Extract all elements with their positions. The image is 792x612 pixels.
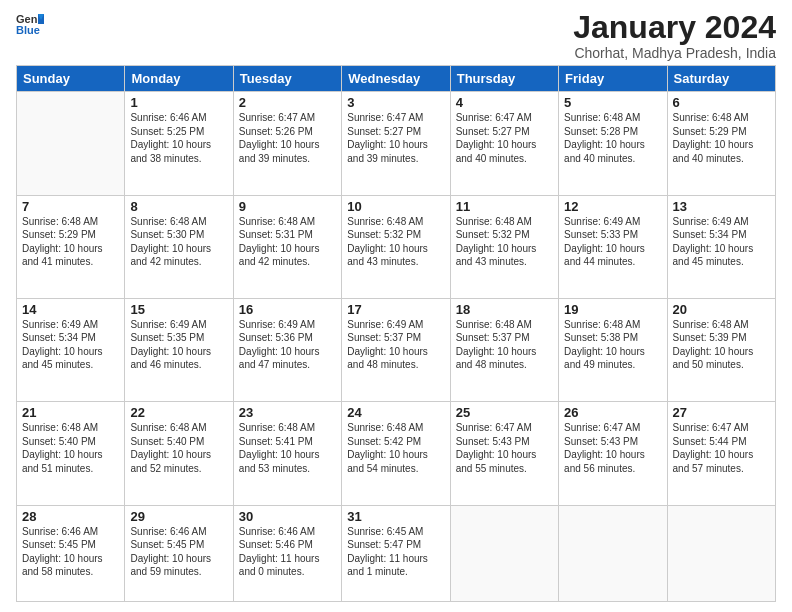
day-number: 9 — [239, 199, 336, 214]
day-info: Sunrise: 6:48 AM Sunset: 5:29 PM Dayligh… — [673, 111, 770, 165]
day-info: Sunrise: 6:46 AM Sunset: 5:45 PM Dayligh… — [22, 525, 119, 579]
calendar-cell: 19Sunrise: 6:48 AM Sunset: 5:38 PM Dayli… — [559, 298, 667, 401]
calendar-week-3: 14Sunrise: 6:49 AM Sunset: 5:34 PM Dayli… — [17, 298, 776, 401]
weekday-header-tuesday: Tuesday — [233, 66, 341, 92]
calendar-cell: 13Sunrise: 6:49 AM Sunset: 5:34 PM Dayli… — [667, 195, 775, 298]
day-number: 17 — [347, 302, 444, 317]
day-number: 31 — [347, 509, 444, 524]
weekday-header-saturday: Saturday — [667, 66, 775, 92]
day-info: Sunrise: 6:47 AM Sunset: 5:27 PM Dayligh… — [456, 111, 553, 165]
day-info: Sunrise: 6:46 AM Sunset: 5:45 PM Dayligh… — [130, 525, 227, 579]
day-number: 5 — [564, 95, 661, 110]
calendar-cell: 24Sunrise: 6:48 AM Sunset: 5:42 PM Dayli… — [342, 402, 450, 505]
calendar-cell: 14Sunrise: 6:49 AM Sunset: 5:34 PM Dayli… — [17, 298, 125, 401]
calendar-cell: 22Sunrise: 6:48 AM Sunset: 5:40 PM Dayli… — [125, 402, 233, 505]
weekday-header-thursday: Thursday — [450, 66, 558, 92]
day-number: 2 — [239, 95, 336, 110]
day-number: 13 — [673, 199, 770, 214]
day-info: Sunrise: 6:48 AM Sunset: 5:29 PM Dayligh… — [22, 215, 119, 269]
day-number: 24 — [347, 405, 444, 420]
calendar-cell: 25Sunrise: 6:47 AM Sunset: 5:43 PM Dayli… — [450, 402, 558, 505]
day-number: 6 — [673, 95, 770, 110]
day-number: 26 — [564, 405, 661, 420]
calendar-cell: 21Sunrise: 6:48 AM Sunset: 5:40 PM Dayli… — [17, 402, 125, 505]
calendar-cell: 17Sunrise: 6:49 AM Sunset: 5:37 PM Dayli… — [342, 298, 450, 401]
day-info: Sunrise: 6:48 AM Sunset: 5:41 PM Dayligh… — [239, 421, 336, 475]
weekday-header-sunday: Sunday — [17, 66, 125, 92]
weekday-header-row: SundayMondayTuesdayWednesdayThursdayFrid… — [17, 66, 776, 92]
title-section: January 2024 Chorhat, Madhya Pradesh, In… — [573, 10, 776, 61]
day-number: 16 — [239, 302, 336, 317]
day-number: 19 — [564, 302, 661, 317]
day-info: Sunrise: 6:48 AM Sunset: 5:40 PM Dayligh… — [22, 421, 119, 475]
day-number: 20 — [673, 302, 770, 317]
calendar-table: SundayMondayTuesdayWednesdayThursdayFrid… — [16, 65, 776, 602]
month-title: January 2024 — [573, 10, 776, 45]
day-info: Sunrise: 6:46 AM Sunset: 5:25 PM Dayligh… — [130, 111, 227, 165]
day-info: Sunrise: 6:48 AM Sunset: 5:39 PM Dayligh… — [673, 318, 770, 372]
day-info: Sunrise: 6:48 AM Sunset: 5:32 PM Dayligh… — [456, 215, 553, 269]
day-info: Sunrise: 6:47 AM Sunset: 5:27 PM Dayligh… — [347, 111, 444, 165]
calendar-cell: 6Sunrise: 6:48 AM Sunset: 5:29 PM Daylig… — [667, 92, 775, 195]
calendar-cell: 23Sunrise: 6:48 AM Sunset: 5:41 PM Dayli… — [233, 402, 341, 505]
day-info: Sunrise: 6:49 AM Sunset: 5:36 PM Dayligh… — [239, 318, 336, 372]
calendar-cell: 7Sunrise: 6:48 AM Sunset: 5:29 PM Daylig… — [17, 195, 125, 298]
calendar-cell — [17, 92, 125, 195]
day-info: Sunrise: 6:48 AM Sunset: 5:37 PM Dayligh… — [456, 318, 553, 372]
day-number: 10 — [347, 199, 444, 214]
calendar-cell: 4Sunrise: 6:47 AM Sunset: 5:27 PM Daylig… — [450, 92, 558, 195]
day-info: Sunrise: 6:47 AM Sunset: 5:26 PM Dayligh… — [239, 111, 336, 165]
day-number: 4 — [456, 95, 553, 110]
svg-text:Blue: Blue — [16, 24, 40, 36]
logo: General Blue — [16, 10, 44, 38]
day-number: 28 — [22, 509, 119, 524]
subtitle: Chorhat, Madhya Pradesh, India — [573, 45, 776, 61]
calendar-cell: 1Sunrise: 6:46 AM Sunset: 5:25 PM Daylig… — [125, 92, 233, 195]
day-info: Sunrise: 6:48 AM Sunset: 5:42 PM Dayligh… — [347, 421, 444, 475]
calendar-cell: 20Sunrise: 6:48 AM Sunset: 5:39 PM Dayli… — [667, 298, 775, 401]
calendar-cell: 9Sunrise: 6:48 AM Sunset: 5:31 PM Daylig… — [233, 195, 341, 298]
day-number: 21 — [22, 405, 119, 420]
calendar-cell: 31Sunrise: 6:45 AM Sunset: 5:47 PM Dayli… — [342, 505, 450, 601]
calendar-week-4: 21Sunrise: 6:48 AM Sunset: 5:40 PM Dayli… — [17, 402, 776, 505]
day-number: 11 — [456, 199, 553, 214]
calendar-cell — [559, 505, 667, 601]
calendar-week-5: 28Sunrise: 6:46 AM Sunset: 5:45 PM Dayli… — [17, 505, 776, 601]
day-number: 3 — [347, 95, 444, 110]
day-info: Sunrise: 6:48 AM Sunset: 5:32 PM Dayligh… — [347, 215, 444, 269]
calendar-cell: 27Sunrise: 6:47 AM Sunset: 5:44 PM Dayli… — [667, 402, 775, 505]
calendar-cell: 8Sunrise: 6:48 AM Sunset: 5:30 PM Daylig… — [125, 195, 233, 298]
day-number: 23 — [239, 405, 336, 420]
calendar-cell: 3Sunrise: 6:47 AM Sunset: 5:27 PM Daylig… — [342, 92, 450, 195]
calendar-cell: 29Sunrise: 6:46 AM Sunset: 5:45 PM Dayli… — [125, 505, 233, 601]
day-number: 8 — [130, 199, 227, 214]
calendar-cell: 12Sunrise: 6:49 AM Sunset: 5:33 PM Dayli… — [559, 195, 667, 298]
day-number: 15 — [130, 302, 227, 317]
day-info: Sunrise: 6:47 AM Sunset: 5:44 PM Dayligh… — [673, 421, 770, 475]
day-number: 29 — [130, 509, 227, 524]
day-info: Sunrise: 6:47 AM Sunset: 5:43 PM Dayligh… — [456, 421, 553, 475]
weekday-header-monday: Monday — [125, 66, 233, 92]
day-number: 22 — [130, 405, 227, 420]
calendar-cell — [667, 505, 775, 601]
calendar-cell: 2Sunrise: 6:47 AM Sunset: 5:26 PM Daylig… — [233, 92, 341, 195]
calendar-cell: 10Sunrise: 6:48 AM Sunset: 5:32 PM Dayli… — [342, 195, 450, 298]
day-info: Sunrise: 6:49 AM Sunset: 5:34 PM Dayligh… — [22, 318, 119, 372]
day-info: Sunrise: 6:49 AM Sunset: 5:34 PM Dayligh… — [673, 215, 770, 269]
day-info: Sunrise: 6:49 AM Sunset: 5:33 PM Dayligh… — [564, 215, 661, 269]
calendar-page: General Blue January 2024 Chorhat, Madhy… — [0, 0, 792, 612]
day-info: Sunrise: 6:49 AM Sunset: 5:37 PM Dayligh… — [347, 318, 444, 372]
day-number: 25 — [456, 405, 553, 420]
calendar-cell: 18Sunrise: 6:48 AM Sunset: 5:37 PM Dayli… — [450, 298, 558, 401]
day-info: Sunrise: 6:48 AM Sunset: 5:40 PM Dayligh… — [130, 421, 227, 475]
day-info: Sunrise: 6:48 AM Sunset: 5:31 PM Dayligh… — [239, 215, 336, 269]
weekday-header-friday: Friday — [559, 66, 667, 92]
logo-icon: General Blue — [16, 10, 44, 38]
day-number: 7 — [22, 199, 119, 214]
calendar-week-1: 1Sunrise: 6:46 AM Sunset: 5:25 PM Daylig… — [17, 92, 776, 195]
day-number: 30 — [239, 509, 336, 524]
calendar-week-2: 7Sunrise: 6:48 AM Sunset: 5:29 PM Daylig… — [17, 195, 776, 298]
day-number: 14 — [22, 302, 119, 317]
calendar-cell: 28Sunrise: 6:46 AM Sunset: 5:45 PM Dayli… — [17, 505, 125, 601]
calendar-cell — [450, 505, 558, 601]
